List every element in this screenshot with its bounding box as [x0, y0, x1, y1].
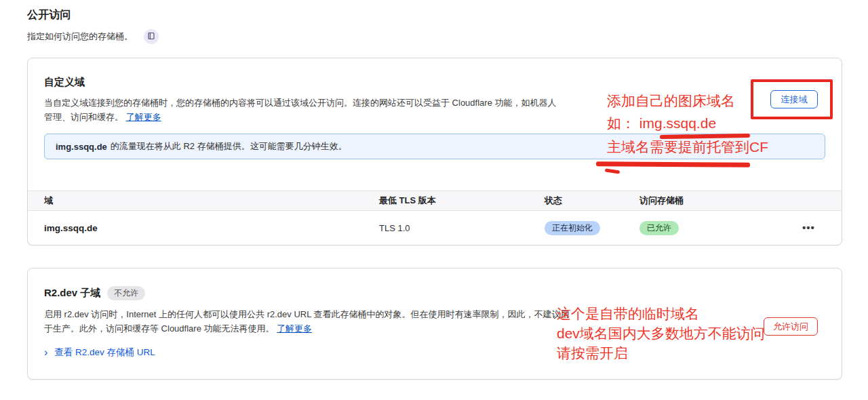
not-allowed-badge: 不允许: [107, 286, 145, 300]
header-min-tls: 最低 TLS 版本: [379, 195, 545, 207]
page-header: 公开访问 指定如何访问您的存储桶。: [27, 8, 159, 44]
public-access-page: 公开访问 指定如何访问您的存储桶。 自定义域 当自定义域连接到您的存储桶时，您的…: [0, 0, 868, 400]
domains-table-header: 域 最低 TLS 版本 状态 访问存储桶: [28, 191, 842, 211]
book-icon: [147, 31, 155, 43]
custom-domain-description-text: 当自定义域连接到您的存储桶时，您的存储桶的内容将可以通过该域公开访问。连接的网站…: [44, 98, 556, 122]
custom-domain-card: 自定义域 当自定义域连接到您的存储桶时，您的存储桶的内容将可以通过该域公开访问。…: [27, 58, 842, 245]
cell-domain: img.ssqq.de: [44, 223, 379, 233]
view-r2dev-url-link[interactable]: 查看 R2.dev 存储桶 URL: [54, 346, 155, 359]
r2dev-description: 启用 r2.dev 访问时，Internet 上的任何人都可以使用公共 r2.d…: [44, 307, 572, 336]
custom-domain-learn-more-link[interactable]: 了解更多: [126, 112, 161, 122]
banner-text: 的流量现在将从此 R2 存储桶提供。这可能需要几分钟生效。: [111, 140, 347, 153]
status-badge: 正在初始化: [545, 221, 600, 235]
docs-button[interactable]: [144, 29, 159, 44]
r2dev-learn-more-link[interactable]: 了解更多: [277, 323, 312, 334]
chevron-right-icon: ›: [44, 348, 47, 357]
r2dev-subdomain-card: R2.dev 子域 不允许 启用 r2.dev 访问时，Internet 上的任…: [27, 268, 842, 380]
connect-domain-button[interactable]: 连接域: [770, 90, 818, 108]
page-title: 公开访问: [27, 8, 159, 22]
r2dev-title: R2.dev 子域: [44, 287, 100, 300]
custom-domain-title: 自定义域: [44, 76, 825, 89]
header-status: 状态: [545, 195, 639, 207]
domains-table: 域 最低 TLS 版本 状态 访问存储桶 img.ssqq.de TLS 1.0…: [28, 191, 842, 245]
traffic-info-banner: img.ssqq.de 的流量现在将从此 R2 存储桶提供。这可能需要几分钟生效…: [44, 134, 825, 159]
page-subtitle: 指定如何访问您的存储桶。: [27, 31, 133, 43]
table-row: img.ssqq.de TLS 1.0 正在初始化 已允许 •••: [28, 211, 842, 245]
access-badge: 已允许: [639, 221, 679, 235]
custom-domain-description: 当自定义域连接到您的存储桶时，您的存储桶的内容将可以通过该域公开访问。连接的网站…: [44, 96, 558, 124]
allow-access-button[interactable]: 允许访问: [764, 317, 818, 336]
row-actions-menu-icon[interactable]: •••: [802, 224, 833, 231]
banner-domain: img.ssqq.de: [56, 142, 107, 152]
cell-min-tls: TLS 1.0: [379, 223, 545, 233]
header-bucket-access: 访问存储桶: [639, 195, 802, 207]
view-r2dev-url-row[interactable]: › 查看 R2.dev 存储桶 URL: [44, 346, 825, 359]
header-domain: 域: [44, 195, 379, 207]
